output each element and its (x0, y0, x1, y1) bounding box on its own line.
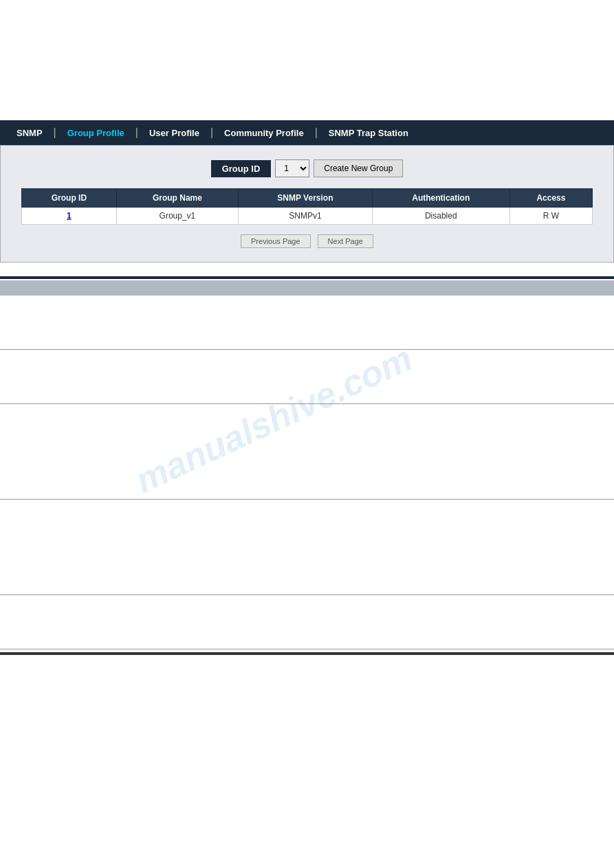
nav-sep-3: | (209, 126, 215, 139)
nav-group-profile[interactable]: Group Profile (58, 120, 134, 145)
nav-sep-2: | (134, 126, 140, 139)
cell-snmp-version: SNMPv1 (239, 208, 373, 225)
cell-authentication: Disabled (372, 208, 509, 225)
nav-community-profile[interactable]: Community Profile (215, 120, 314, 145)
group-id-label: Group ID (211, 160, 272, 177)
col-authentication: Authentication (372, 189, 509, 208)
col-snmp-version: SNMP Version (239, 189, 373, 208)
group-id-row: Group ID 1 Create New Group (21, 159, 593, 177)
bottom-section (0, 276, 614, 655)
nav-bar: SNMP | Group Profile | User Profile | Co… (0, 120, 614, 145)
cell-group-name: Group_v1 (116, 208, 238, 225)
col-access: Access (509, 189, 592, 208)
thick-line-top (0, 276, 614, 279)
thick-line-bottom (0, 652, 614, 655)
nav-user-profile[interactable]: User Profile (140, 120, 209, 145)
thin-line-5 (0, 649, 614, 649)
content-block-2 (0, 350, 614, 391)
nav-trap-station[interactable]: SNMP Trap Station (319, 120, 418, 145)
group-id-select[interactable]: 1 (275, 159, 309, 177)
nav-brand: SNMP (7, 120, 52, 145)
table-row: 1 Group_v1 SNMPv1 Disabled R W (22, 208, 593, 225)
table-header: Group ID Group Name SNMP Version Authent… (22, 189, 593, 208)
content-block-4 (0, 500, 614, 582)
create-new-group-button[interactable]: Create New Group (314, 159, 403, 177)
content-block-1 (0, 296, 614, 337)
content-block-5 (0, 595, 614, 636)
cell-group-id[interactable]: 1 (22, 208, 117, 225)
nav-sep-4: | (314, 126, 319, 139)
gray-bar (0, 280, 614, 296)
next-page-button[interactable]: Next Page (318, 234, 373, 248)
col-group-name: Group Name (116, 189, 238, 208)
main-content: Group ID 1 Create New Group Group ID Gro… (0, 145, 614, 263)
table-body: 1 Group_v1 SNMPv1 Disabled R W (22, 208, 593, 225)
col-group-id: Group ID (22, 189, 117, 208)
pagination: Previous Page Next Page (21, 234, 593, 248)
cell-access: R W (509, 208, 592, 225)
prev-page-button[interactable]: Previous Page (241, 234, 311, 248)
group-table: Group ID Group Name SNMP Version Authent… (21, 188, 593, 225)
content-block-3 (0, 404, 614, 487)
nav-sep-1: | (52, 126, 58, 139)
